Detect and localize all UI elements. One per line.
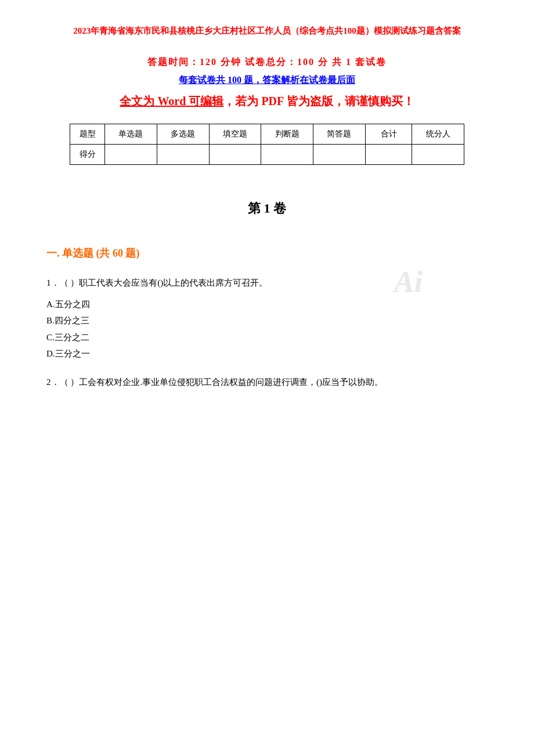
volume-title: 第 1 卷 xyxy=(248,201,286,215)
notice-line-1: 每套试卷共 100 题，答案解析在试卷最后面 xyxy=(46,74,488,87)
section1-title: 一. 单选题 (共 60 题) xyxy=(46,246,488,260)
score-label: 得分 xyxy=(70,145,105,165)
pdf-piracy-notice: ，若为 PDF 皆为盗版，请谨慎购买！ xyxy=(223,95,414,107)
main-title: 2023年青海省海东市民和县核桃庄乡大庄村社区工作人员（综合考点共100题）模拟… xyxy=(46,23,488,39)
title-section: 2023年青海省海东市民和县核桃庄乡大庄村社区工作人员（综合考点共100题）模拟… xyxy=(46,23,488,39)
score-table: 题型 单选题 多选题 填空题 判断题 简答题 合计 统分人 得分 xyxy=(70,124,464,165)
header-fill: 填空题 xyxy=(209,124,261,145)
score-fill xyxy=(209,145,261,165)
score-short xyxy=(313,145,366,165)
header-total: 合计 xyxy=(365,124,412,145)
word-pdf-notice: 全文为 Word 可编辑，若为 PDF 皆为盗版，请谨慎购买！ xyxy=(46,93,488,109)
header-single: 单选题 xyxy=(105,124,157,145)
exam-time-score: 答题时间：120 分钟 试卷总分：100 分 共 1 套试卷 xyxy=(46,56,488,69)
score-table-container: 题型 单选题 多选题 填空题 判断题 简答题 合计 统分人 得分 xyxy=(70,124,464,165)
score-judge xyxy=(261,145,313,165)
word-editable-notice: 全文为 Word 可编辑 xyxy=(120,95,223,107)
question-2: 2．（ ）工会有权对企业.事业单位侵犯职工合法权益的问题进行调查，()应当予以协… xyxy=(46,374,488,391)
notice-text-1: 每套试卷共 100 题，答案解析在试卷最后面 xyxy=(179,75,355,85)
page-wrapper: Ai 2023年青海省海东市民和县核桃庄乡大庄村社区工作人员（综合考点共100题… xyxy=(46,23,488,390)
score-multi xyxy=(157,145,209,165)
question-1-text: 1．（ ）职工代表大会应当有()以上的代表出席方可召开。 xyxy=(46,275,488,291)
score-scorer xyxy=(412,145,464,165)
table-score-row: 得分 xyxy=(70,145,464,165)
header-multi: 多选题 xyxy=(157,124,209,145)
question-1-option-d: D.三分之一 xyxy=(46,345,488,362)
header-short: 简答题 xyxy=(313,124,366,145)
question-2-text: 2．（ ）工会有权对企业.事业单位侵犯职工合法权益的问题进行调查，()应当予以协… xyxy=(46,374,488,391)
score-single xyxy=(105,145,157,165)
question-1-options: A.五分之四 B.四分之三 C.三分之二 D.三分之一 xyxy=(46,296,488,362)
question-1-option-a: A.五分之四 xyxy=(46,296,488,313)
exam-info: 答题时间：120 分钟 试卷总分：100 分 共 1 套试卷 xyxy=(46,56,488,69)
score-total xyxy=(365,145,412,165)
header-scorer: 统分人 xyxy=(412,124,464,145)
header-judge: 判断题 xyxy=(261,124,313,145)
table-header-row: 题型 单选题 多选题 填空题 判断题 简答题 合计 统分人 xyxy=(70,124,464,145)
volume-section: 第 1 卷 xyxy=(46,200,488,217)
question-1-option-b: B.四分之三 xyxy=(46,312,488,329)
header-type: 题型 xyxy=(70,124,105,145)
section1-heading: 一. 单选题 (共 60 题) xyxy=(46,247,140,259)
question-1-option-c: C.三分之二 xyxy=(46,329,488,346)
question-1: 1．（ ）职工代表大会应当有()以上的代表出席方可召开。 A.五分之四 B.四分… xyxy=(46,275,488,362)
